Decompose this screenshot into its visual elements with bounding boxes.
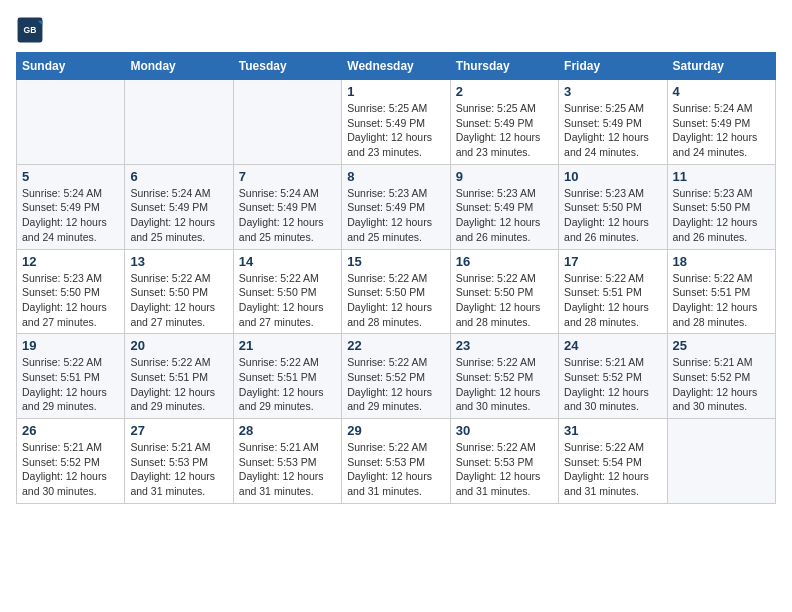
day-info: Sunrise: 5:22 AM Sunset: 5:51 PM Dayligh…	[239, 355, 336, 414]
day-info: Sunrise: 5:22 AM Sunset: 5:52 PM Dayligh…	[347, 355, 444, 414]
calendar-cell: 14Sunrise: 5:22 AM Sunset: 5:50 PM Dayli…	[233, 249, 341, 334]
calendar-week-row: 19Sunrise: 5:22 AM Sunset: 5:51 PM Dayli…	[17, 334, 776, 419]
calendar-cell: 25Sunrise: 5:21 AM Sunset: 5:52 PM Dayli…	[667, 334, 775, 419]
calendar-week-row: 12Sunrise: 5:23 AM Sunset: 5:50 PM Dayli…	[17, 249, 776, 334]
day-number: 23	[456, 338, 553, 353]
day-info: Sunrise: 5:22 AM Sunset: 5:51 PM Dayligh…	[22, 355, 119, 414]
day-info: Sunrise: 5:22 AM Sunset: 5:51 PM Dayligh…	[564, 271, 661, 330]
day-info: Sunrise: 5:22 AM Sunset: 5:52 PM Dayligh…	[456, 355, 553, 414]
calendar-cell: 27Sunrise: 5:21 AM Sunset: 5:53 PM Dayli…	[125, 419, 233, 504]
day-info: Sunrise: 5:24 AM Sunset: 5:49 PM Dayligh…	[130, 186, 227, 245]
day-number: 7	[239, 169, 336, 184]
day-info: Sunrise: 5:23 AM Sunset: 5:50 PM Dayligh…	[564, 186, 661, 245]
calendar-cell: 2Sunrise: 5:25 AM Sunset: 5:49 PM Daylig…	[450, 80, 558, 165]
calendar-cell: 16Sunrise: 5:22 AM Sunset: 5:50 PM Dayli…	[450, 249, 558, 334]
day-info: Sunrise: 5:21 AM Sunset: 5:52 PM Dayligh…	[564, 355, 661, 414]
day-number: 31	[564, 423, 661, 438]
calendar-cell: 30Sunrise: 5:22 AM Sunset: 5:53 PM Dayli…	[450, 419, 558, 504]
day-number: 17	[564, 254, 661, 269]
calendar-cell: 17Sunrise: 5:22 AM Sunset: 5:51 PM Dayli…	[559, 249, 667, 334]
day-number: 4	[673, 84, 770, 99]
calendar-cell: 8Sunrise: 5:23 AM Sunset: 5:49 PM Daylig…	[342, 164, 450, 249]
day-number: 2	[456, 84, 553, 99]
calendar-cell	[17, 80, 125, 165]
calendar-cell: 6Sunrise: 5:24 AM Sunset: 5:49 PM Daylig…	[125, 164, 233, 249]
day-number: 12	[22, 254, 119, 269]
day-number: 10	[564, 169, 661, 184]
calendar-cell: 18Sunrise: 5:22 AM Sunset: 5:51 PM Dayli…	[667, 249, 775, 334]
calendar-cell: 28Sunrise: 5:21 AM Sunset: 5:53 PM Dayli…	[233, 419, 341, 504]
calendar-cell: 24Sunrise: 5:21 AM Sunset: 5:52 PM Dayli…	[559, 334, 667, 419]
day-number: 27	[130, 423, 227, 438]
day-info: Sunrise: 5:23 AM Sunset: 5:49 PM Dayligh…	[347, 186, 444, 245]
calendar-table: SundayMondayTuesdayWednesdayThursdayFrid…	[16, 52, 776, 504]
calendar-cell: 22Sunrise: 5:22 AM Sunset: 5:52 PM Dayli…	[342, 334, 450, 419]
day-number: 14	[239, 254, 336, 269]
day-info: Sunrise: 5:21 AM Sunset: 5:52 PM Dayligh…	[22, 440, 119, 499]
day-of-week-header: Wednesday	[342, 53, 450, 80]
day-info: Sunrise: 5:22 AM Sunset: 5:50 PM Dayligh…	[456, 271, 553, 330]
calendar-cell: 13Sunrise: 5:22 AM Sunset: 5:50 PM Dayli…	[125, 249, 233, 334]
day-number: 22	[347, 338, 444, 353]
day-number: 5	[22, 169, 119, 184]
calendar-cell: 15Sunrise: 5:22 AM Sunset: 5:50 PM Dayli…	[342, 249, 450, 334]
calendar-cell: 19Sunrise: 5:22 AM Sunset: 5:51 PM Dayli…	[17, 334, 125, 419]
calendar-cell: 1Sunrise: 5:25 AM Sunset: 5:49 PM Daylig…	[342, 80, 450, 165]
day-info: Sunrise: 5:24 AM Sunset: 5:49 PM Dayligh…	[239, 186, 336, 245]
day-number: 11	[673, 169, 770, 184]
day-info: Sunrise: 5:25 AM Sunset: 5:49 PM Dayligh…	[564, 101, 661, 160]
day-info: Sunrise: 5:22 AM Sunset: 5:50 PM Dayligh…	[239, 271, 336, 330]
day-number: 16	[456, 254, 553, 269]
calendar-body: 1Sunrise: 5:25 AM Sunset: 5:49 PM Daylig…	[17, 80, 776, 504]
day-of-week-header: Sunday	[17, 53, 125, 80]
day-info: Sunrise: 5:22 AM Sunset: 5:53 PM Dayligh…	[347, 440, 444, 499]
calendar-cell: 9Sunrise: 5:23 AM Sunset: 5:49 PM Daylig…	[450, 164, 558, 249]
day-of-week-header: Friday	[559, 53, 667, 80]
calendar-cell: 10Sunrise: 5:23 AM Sunset: 5:50 PM Dayli…	[559, 164, 667, 249]
day-of-week-header: Saturday	[667, 53, 775, 80]
day-info: Sunrise: 5:22 AM Sunset: 5:51 PM Dayligh…	[130, 355, 227, 414]
day-number: 29	[347, 423, 444, 438]
day-of-week-header: Tuesday	[233, 53, 341, 80]
day-number: 1	[347, 84, 444, 99]
calendar-cell: 3Sunrise: 5:25 AM Sunset: 5:49 PM Daylig…	[559, 80, 667, 165]
day-number: 9	[456, 169, 553, 184]
calendar-cell: 11Sunrise: 5:23 AM Sunset: 5:50 PM Dayli…	[667, 164, 775, 249]
calendar-cell: 29Sunrise: 5:22 AM Sunset: 5:53 PM Dayli…	[342, 419, 450, 504]
svg-text:GB: GB	[24, 25, 37, 35]
day-info: Sunrise: 5:22 AM Sunset: 5:54 PM Dayligh…	[564, 440, 661, 499]
day-number: 6	[130, 169, 227, 184]
calendar-cell: 5Sunrise: 5:24 AM Sunset: 5:49 PM Daylig…	[17, 164, 125, 249]
day-number: 26	[22, 423, 119, 438]
calendar-cell: 7Sunrise: 5:24 AM Sunset: 5:49 PM Daylig…	[233, 164, 341, 249]
day-info: Sunrise: 5:22 AM Sunset: 5:50 PM Dayligh…	[130, 271, 227, 330]
page-header: GB	[16, 16, 776, 44]
calendar-cell	[667, 419, 775, 504]
day-info: Sunrise: 5:24 AM Sunset: 5:49 PM Dayligh…	[673, 101, 770, 160]
day-number: 19	[22, 338, 119, 353]
day-number: 15	[347, 254, 444, 269]
day-info: Sunrise: 5:22 AM Sunset: 5:51 PM Dayligh…	[673, 271, 770, 330]
logo-icon: GB	[16, 16, 44, 44]
calendar-cell: 21Sunrise: 5:22 AM Sunset: 5:51 PM Dayli…	[233, 334, 341, 419]
calendar-cell	[125, 80, 233, 165]
calendar-cell: 31Sunrise: 5:22 AM Sunset: 5:54 PM Dayli…	[559, 419, 667, 504]
day-number: 24	[564, 338, 661, 353]
day-number: 30	[456, 423, 553, 438]
calendar-cell: 4Sunrise: 5:24 AM Sunset: 5:49 PM Daylig…	[667, 80, 775, 165]
day-number: 13	[130, 254, 227, 269]
day-number: 21	[239, 338, 336, 353]
calendar-cell	[233, 80, 341, 165]
calendar-cell: 12Sunrise: 5:23 AM Sunset: 5:50 PM Dayli…	[17, 249, 125, 334]
calendar-week-row: 1Sunrise: 5:25 AM Sunset: 5:49 PM Daylig…	[17, 80, 776, 165]
day-info: Sunrise: 5:21 AM Sunset: 5:53 PM Dayligh…	[130, 440, 227, 499]
day-of-week-header: Thursday	[450, 53, 558, 80]
day-number: 20	[130, 338, 227, 353]
day-number: 28	[239, 423, 336, 438]
day-info: Sunrise: 5:23 AM Sunset: 5:49 PM Dayligh…	[456, 186, 553, 245]
day-number: 8	[347, 169, 444, 184]
day-info: Sunrise: 5:25 AM Sunset: 5:49 PM Dayligh…	[456, 101, 553, 160]
day-info: Sunrise: 5:22 AM Sunset: 5:50 PM Dayligh…	[347, 271, 444, 330]
day-info: Sunrise: 5:21 AM Sunset: 5:53 PM Dayligh…	[239, 440, 336, 499]
day-info: Sunrise: 5:25 AM Sunset: 5:49 PM Dayligh…	[347, 101, 444, 160]
